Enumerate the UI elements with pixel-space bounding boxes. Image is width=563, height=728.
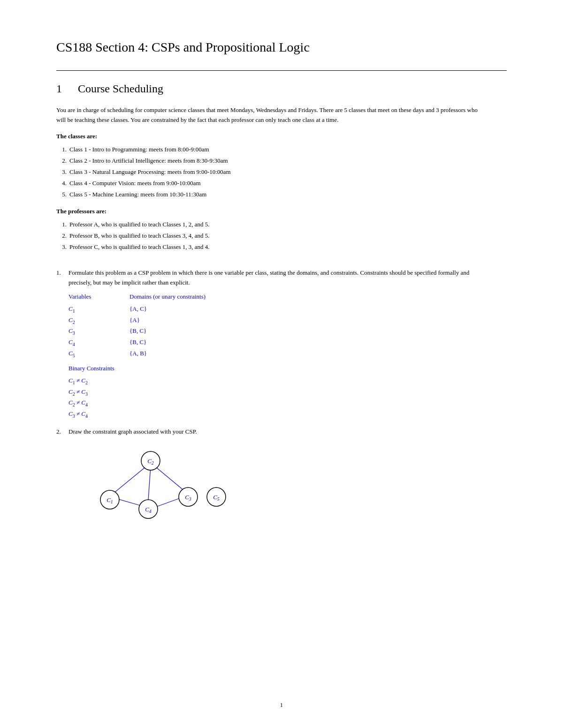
question1-num: 1. bbox=[56, 268, 65, 420]
constraint-1: C1 ≠ C2 bbox=[68, 375, 472, 387]
svg-line-1 bbox=[154, 465, 185, 491]
csp-var-4: C4 bbox=[68, 337, 106, 348]
classes-list: 1. Class 1 - Intro to Programming: meets… bbox=[56, 144, 507, 200]
csp-row-1: C1 {A, C} bbox=[68, 304, 472, 315]
list-item: 2. Class 2 - Intro to Artificial Intelli… bbox=[56, 156, 507, 166]
intro-paragraph: You are in charge of scheduling for comp… bbox=[56, 105, 479, 125]
csp-var-2: C2 bbox=[68, 315, 106, 326]
csp-domain-1: {A, C} bbox=[129, 304, 147, 315]
list-item: 3. Class 3 - Natural Language Processing… bbox=[56, 167, 507, 177]
constraint-graph: C2 C1 C3 C4 C5 bbox=[78, 444, 472, 532]
section1-title-text: Course Scheduling bbox=[78, 83, 163, 95]
question2-num: 2. bbox=[56, 427, 65, 532]
question2: 2. Draw the constraint graph associated … bbox=[56, 427, 507, 532]
question1: 1. Formulate this problem as a CSP probl… bbox=[56, 268, 507, 420]
csp-row-4: C4 {B, C} bbox=[68, 337, 472, 348]
constraint-4: C3 ≠ C4 bbox=[68, 409, 472, 420]
csp-var-5: C5 bbox=[68, 348, 106, 360]
binary-constraints-label: Binary Constraints bbox=[68, 364, 472, 374]
question1-content: Formulate this problem as a CSP problem … bbox=[68, 268, 472, 420]
csp-header: Variables Domains (or unary constraints) bbox=[68, 292, 472, 302]
csp-row-5: C5 {A, B} bbox=[68, 348, 472, 360]
csp-row-2: C2 {A} bbox=[68, 315, 472, 326]
csp-domains-header: Domains (or unary constraints) bbox=[129, 292, 205, 302]
constraint-3: C2 ≠ C4 bbox=[68, 398, 472, 409]
csp-variables-header: Variables bbox=[68, 292, 106, 302]
csp-var-3: C3 bbox=[68, 326, 106, 337]
csp-table: Variables Domains (or unary constraints)… bbox=[68, 292, 472, 420]
section1-number: 1 bbox=[56, 83, 62, 95]
question2-content: Draw the constraint graph associated wit… bbox=[68, 427, 472, 532]
page-number: 1 bbox=[280, 700, 283, 710]
professors-list: 1. Professor A, who is qualified to teac… bbox=[56, 219, 507, 252]
svg-line-0 bbox=[113, 465, 147, 494]
question2-text: Draw the constraint graph associated wit… bbox=[68, 428, 197, 435]
csp-var-1: C1 bbox=[68, 304, 106, 315]
constraint-graph-svg: C2 C1 C3 C4 C5 bbox=[78, 444, 228, 529]
document-title: CS188 Section 4: CSPs and Propositional … bbox=[56, 38, 507, 57]
list-item: 2. Professor B, who is qualified to teac… bbox=[56, 231, 507, 241]
csp-domain-4: {B, C} bbox=[129, 337, 146, 348]
page: CS188 Section 4: CSPs and Propositional … bbox=[0, 0, 563, 728]
csp-row-3: C3 {B, C} bbox=[68, 326, 472, 337]
question1-text: Formulate this problem as a CSP problem … bbox=[68, 269, 469, 286]
section1-title: 1 Course Scheduling bbox=[56, 80, 507, 97]
list-item: 1. Class 1 - Intro to Programming: meets… bbox=[56, 144, 507, 155]
list-item: 4. Class 4 - Computer Vision: meets from… bbox=[56, 178, 507, 188]
csp-domain-5: {A, B} bbox=[129, 348, 147, 360]
csp-domain-3: {B, C} bbox=[129, 326, 146, 337]
list-item: 5. Class 5 - Machine Learning: meets fro… bbox=[56, 189, 507, 200]
csp-domain-2: {A} bbox=[129, 315, 140, 326]
svg-line-2 bbox=[148, 467, 151, 500]
constraint-2: C2 ≠ C3 bbox=[68, 387, 472, 398]
divider bbox=[56, 70, 507, 71]
professors-label: The professors are: bbox=[56, 207, 507, 216]
list-item: 1. Professor A, who is qualified to teac… bbox=[56, 219, 507, 230]
list-item: 3. Professor C, who is qualified to teac… bbox=[56, 242, 507, 252]
classes-label: The classes are: bbox=[56, 132, 507, 141]
